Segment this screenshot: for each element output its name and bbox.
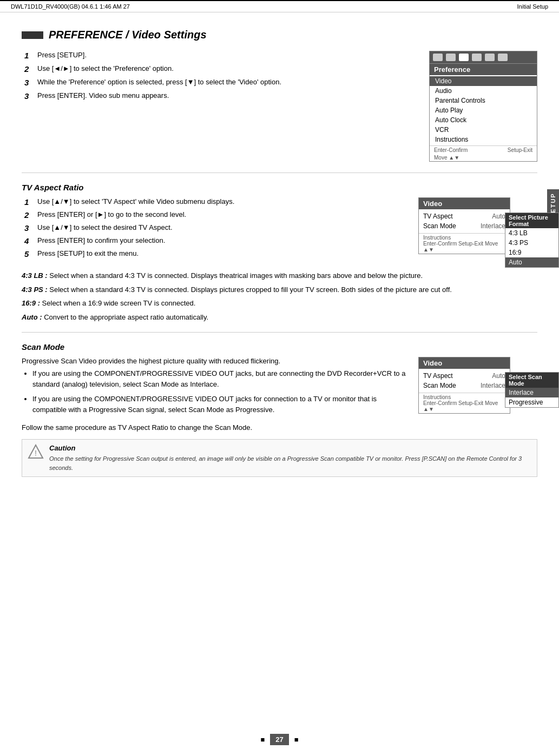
page-number: 27 [270, 734, 288, 745]
video-footer-nav: Enter-Confirm Setup-Exit Move ▲▼ [423, 241, 505, 253]
desc-43ps-text: Select when a standard 4:3 TV is connect… [49, 286, 452, 294]
dropdown-item-169[interactable]: 16:9 [505, 248, 558, 257]
preference-menu-items: Video Audio Parental Controls Auto Play … [430, 75, 537, 145]
tv-steps: 1 Use [▲/▼] to select 'TV Aspect' while … [24, 197, 407, 258]
scan-footer-label: Instructions [423, 394, 505, 400]
scan-bullet-2: If you are using the COMPONENT/PROGRESSI… [32, 394, 407, 415]
scan-mode-value: Interlace [481, 222, 505, 230]
preference-menu-nav: Move ▲▼ [430, 154, 537, 161]
tv-aspect-title: TV Aspect Ratio [22, 183, 537, 192]
preference-menu: Preference Video Audio Parental Controls… [429, 64, 537, 162]
video-row-scan-mode: Scan Mode Interlace [419, 221, 510, 231]
scan-mode-video-wrapper: Video TV Aspect Auto Scan Mode Interlace… [418, 357, 537, 419]
pref-item-autoplay[interactable]: Auto Play [430, 105, 537, 115]
tv-step-1-text: Use [▲/▼] to select 'TV Aspect' while Vi… [37, 197, 234, 207]
icon-3 [459, 54, 469, 61]
divider-2 [22, 332, 537, 333]
svg-text:!: ! [35, 449, 37, 457]
scan-mode-dropdown: Select Scan Mode Interlace Progressive [505, 372, 559, 408]
scan-dropdown-header: Select Scan Mode [505, 373, 558, 388]
desc-169-text: Select when a 16:9 wide screen TV is con… [42, 299, 196, 307]
icon-4 [472, 54, 482, 61]
video-menu-box: Video TV Aspect Auto Scan Mode Interlace… [418, 197, 510, 254]
scan-mode-section: Progressive Scan Video provides the high… [22, 357, 537, 419]
section-title-container: PREFERENCE / Video Settings [22, 29, 537, 41]
top-header: DWL71D1D_RV4000(GB) 04.6.1 1:46 AM 27 In… [0, 0, 559, 12]
step-1: 1 Press [SETUP]. [24, 51, 413, 60]
page-footer: ■ 27 ■ [0, 734, 559, 745]
desc-43lb-label: 4:3 LB : [22, 271, 48, 280]
tv-step-5-text: Press [SETUP] to exit the menu. [37, 249, 139, 258]
scan-video-footer: Instructions Enter-Confirm Setup-Exit Mo… [419, 393, 510, 413]
step-2-text: Use [◄/►] to select the 'Preference' opt… [37, 64, 174, 74]
scan-video-header: Video [419, 357, 510, 369]
pref-item-autoclock[interactable]: Auto Clock [430, 115, 537, 125]
scan-mode-bullets: If you are using the COMPONENT/PROGRESSI… [32, 368, 407, 415]
step-3a-text: While the 'Preference' option is selecte… [37, 78, 281, 87]
pref-item-video[interactable]: Video [430, 76, 537, 86]
intro-section: 1 Press [SETUP]. 2 Use [◄/►] to select t… [22, 51, 537, 162]
preference-menu-box: Preference Video Audio Parental Controls… [429, 51, 537, 162]
tv-step-5: 5 Press [SETUP] to exit the menu. [24, 249, 407, 258]
desc-auto: Auto : Convert to the appropriate aspect… [22, 312, 537, 323]
tv-aspect-label: TV Aspect [423, 213, 453, 220]
desc-169: 16:9 : Select when a 16:9 wide screen TV… [22, 298, 537, 309]
icon-2 [446, 54, 456, 61]
tv-step-4: 4 Press [ENTER] to confirm your selectio… [24, 236, 407, 246]
video-footer: Instructions Enter-Confirm Setup-Exit Mo… [419, 233, 510, 254]
scan-scan-value: Interlace [481, 382, 505, 389]
video-menu-header: Video [419, 198, 510, 209]
preference-menu-footer: Enter-Confirm Setup-Exit [430, 145, 537, 154]
page-title: PREFERENCE / Video Settings [49, 29, 207, 41]
divider-1 [22, 173, 537, 173]
desc-43ps-label: 4:3 PS : [22, 286, 48, 294]
caution-box: ! Caution Once the setting for Progressi… [22, 439, 537, 477]
step-1-text: Press [SETUP]. [37, 51, 87, 60]
tv-aspect-section: 1 Use [▲/▼] to select 'TV Aspect' while … [22, 197, 537, 262]
scan-dropdown-progressive[interactable]: Progressive [505, 397, 558, 407]
icon-1 [433, 54, 443, 61]
intro-steps-list: 1 Press [SETUP]. 2 Use [◄/►] to select t… [24, 51, 413, 101]
tv-aspect-dropdown: Select Picture Format 4:3 LB 4:3 PS 16:9… [505, 213, 559, 268]
caution-content: Caution Once the setting for Progressive… [49, 444, 531, 472]
tv-step-1: 1 Use [▲/▼] to select 'TV Aspect' while … [24, 197, 407, 207]
dropdown-item-auto[interactable]: Auto [505, 257, 558, 267]
step-3a: 3 While the 'Preference' option is selec… [24, 78, 413, 87]
video-menu-rows: TV Aspect Auto Scan Mode Interlace [419, 209, 510, 233]
pref-footer-right: Setup-Exit [508, 147, 532, 153]
caution-icon: ! [28, 444, 44, 460]
icon-6 [498, 54, 508, 61]
scan-mode-video-box: Video TV Aspect Auto Scan Mode Interlace… [418, 357, 510, 414]
pref-item-parental[interactable]: Parental Controls [430, 96, 537, 105]
scan-tv-value: Auto [492, 372, 505, 380]
pref-item-instructions[interactable]: Instructions [430, 135, 537, 144]
pref-item-audio[interactable]: Audio [430, 86, 537, 96]
dropdown-item-43lb[interactable]: 4:3 LB [505, 228, 558, 238]
step-3b-text: Press [ENTER]. Video sub menu appears. [37, 91, 169, 101]
tv-aspect-value: Auto [492, 213, 505, 220]
menu-icons-bar [429, 51, 537, 64]
page-dash-right: ■ [294, 735, 299, 744]
dropdown-item-43ps[interactable]: 4:3 PS [505, 238, 558, 248]
pref-item-vcr[interactable]: VCR [430, 125, 537, 135]
caution-svg: ! [28, 444, 44, 460]
pref-footer-left: Enter-Confirm [434, 147, 468, 153]
header-left: DWL71D1D_RV4000(GB) 04.6.1 1:46 AM 27 [11, 3, 130, 10]
step-2: 2 Use [◄/►] to select the 'Preference' o… [24, 64, 413, 74]
main-content: PREFERENCE / Video Settings 1 Press [SET… [0, 12, 559, 493]
page-dash-left: ■ [260, 735, 265, 744]
scan-tv-label: TV Aspect [423, 372, 453, 380]
video-row-tv-aspect: TV Aspect Auto [419, 211, 510, 221]
desc-43lb-text: Select when a standard 4:3 TV is connect… [49, 271, 423, 280]
scan-video-rows: TV Aspect Auto Scan Mode Interlace [419, 369, 510, 393]
title-bar-decoration [22, 31, 43, 39]
preference-menu-header: Preference [430, 64, 537, 75]
desc-43lb: 4:3 LB : Select when a standard 4:3 TV i… [22, 270, 537, 281]
desc-169-label: 16:9 : [22, 299, 40, 307]
intro-text: 1 Press [SETUP]. 2 Use [◄/►] to select t… [22, 51, 413, 162]
scan-dropdown-interlace[interactable]: Interlace [505, 388, 558, 397]
tv-step-2: 2 Press [ENTER] or [►] to go to the seco… [24, 210, 407, 220]
scan-mode-text: Progressive Scan Video provides the high… [22, 357, 407, 419]
header-right: Initial Setup [517, 3, 548, 10]
scan-scan-label: Scan Mode [423, 382, 456, 389]
